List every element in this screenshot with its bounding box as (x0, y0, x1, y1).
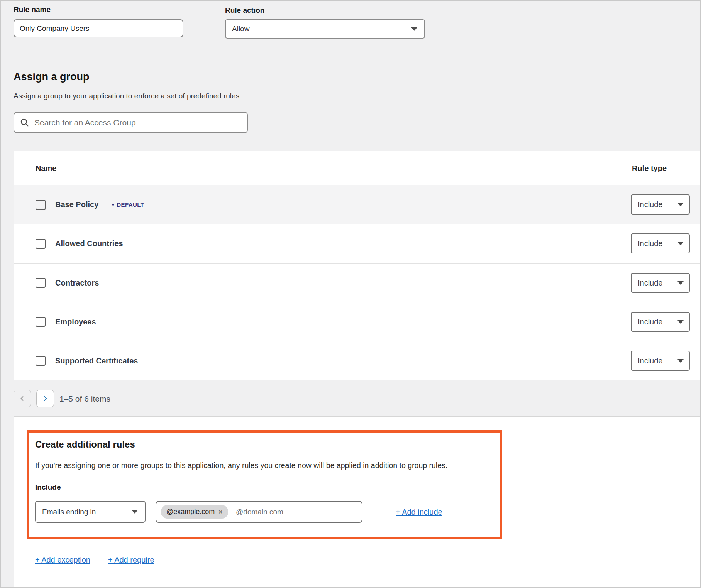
email-domain-chip: @example.com ✕ (161, 505, 228, 519)
table-row-supported-certificates: Supported Certificates Include (14, 341, 700, 380)
add-require-link[interactable]: + Add require (108, 556, 154, 564)
rule-action-dropdown[interactable]: Allow (225, 19, 425, 39)
pagination-status: 1–5 of 6 items (59, 394, 110, 404)
rule-type-value: Include (638, 318, 663, 326)
table-row-base-policy: Base Policy •DEFAULT Include (14, 185, 700, 224)
chevron-down-icon (677, 203, 684, 206)
search-icon (20, 118, 30, 128)
rule-action-value: Allow (232, 25, 249, 33)
chevron-down-icon (411, 27, 417, 31)
checkbox-employees[interactable] (36, 317, 46, 327)
checkbox-base-policy[interactable] (36, 200, 46, 210)
rule-type-value: Include (638, 239, 663, 248)
default-badge: •DEFAULT (112, 201, 144, 209)
access-rule-page: Rule name Only Company Users Rule action… (0, 0, 701, 588)
checkbox-contractors[interactable] (36, 278, 46, 288)
badge-text: DEFAULT (117, 201, 144, 208)
rule-type-dropdown-base-policy[interactable]: Include (631, 194, 690, 215)
pagination-prev-button[interactable] (14, 390, 31, 407)
assign-group-heading: Assign a group (14, 71, 90, 83)
rule-name-label: Rule name (14, 5, 51, 14)
email-domains-input[interactable]: @example.com ✕ @domain.com (156, 501, 362, 523)
rule-type-value: Include (638, 357, 663, 365)
rule-type-value: Include (638, 279, 663, 287)
row-name: Supported Certificates (55, 357, 138, 365)
table-row-employees: Employees Include (14, 302, 700, 341)
chevron-down-icon (132, 510, 138, 514)
chevron-left-icon (19, 395, 26, 402)
rule-type-dropdown-supported-certificates[interactable]: Include (631, 351, 690, 371)
pagination-next-button[interactable] (36, 390, 54, 407)
assign-group-description: Assign a group to your application to en… (14, 92, 241, 100)
add-exception-link[interactable]: + Add exception (35, 556, 90, 564)
chip-text: @example.com (166, 508, 215, 516)
rule-type-dropdown-allowed-countries[interactable]: Include (631, 233, 690, 253)
rule-selector-dropdown[interactable]: Emails ending in (35, 501, 146, 523)
checkbox-supported-certificates[interactable] (36, 356, 46, 366)
column-header-name: Name (36, 164, 56, 173)
rule-selector-value: Emails ending in (42, 508, 96, 516)
additional-rules-description: If you're assigning one or more groups t… (35, 461, 447, 470)
add-include-link[interactable]: + Add include (396, 508, 442, 517)
table-row-allowed-countries: Allowed Countries Include (14, 224, 700, 263)
access-group-search-input[interactable]: Search for an Access Group (14, 112, 248, 133)
rule-action-label: Rule action (225, 6, 264, 15)
rule-type-dropdown-contractors[interactable]: Include (631, 273, 690, 293)
rule-type-dropdown-employees[interactable]: Include (631, 312, 690, 332)
create-additional-rules-card: Create additional rules If you're assign… (14, 416, 700, 588)
badge-bullet: • (112, 201, 114, 208)
chevron-down-icon (677, 281, 684, 285)
email-domain-placeholder: @domain.com (236, 508, 283, 516)
table-row-contractors: Contractors Include (14, 263, 700, 302)
chip-remove-icon[interactable]: ✕ (218, 509, 223, 515)
chevron-down-icon (677, 320, 684, 324)
rule-type-value: Include (638, 200, 663, 209)
row-name: Contractors (55, 279, 99, 287)
checkbox-allowed-countries[interactable] (36, 239, 46, 249)
chevron-right-icon (42, 395, 49, 402)
include-label: Include (35, 483, 61, 492)
chevron-down-icon (677, 242, 684, 245)
rule-name-input[interactable]: Only Company Users (14, 19, 183, 37)
row-name: Base Policy (55, 200, 98, 209)
row-name: Employees (55, 318, 96, 326)
table-header: Name Rule type (14, 151, 700, 185)
search-placeholder: Search for an Access Group (34, 118, 136, 127)
row-name: Allowed Countries (55, 239, 123, 248)
rule-name-value: Only Company Users (20, 24, 90, 33)
access-groups-table: Name Rule type Base Policy •DEFAULT Incl… (14, 151, 700, 380)
additional-rules-heading: Create additional rules (35, 439, 135, 450)
column-header-rule-type: Rule type (632, 164, 667, 173)
chevron-down-icon (677, 359, 684, 363)
